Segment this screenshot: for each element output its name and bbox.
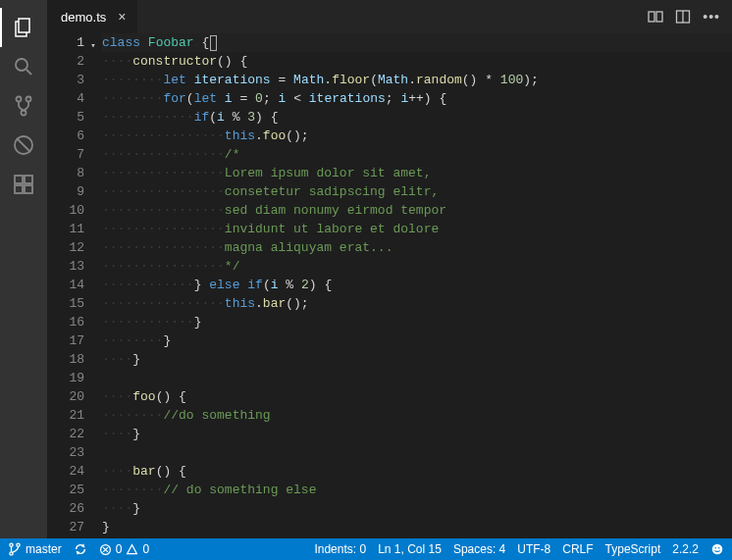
line-number: 10 [47, 201, 84, 220]
git-branch-status[interactable]: master [8, 542, 62, 556]
problems-status[interactable]: 0 0 [99, 542, 149, 556]
version-status[interactable]: 2.2.2 [672, 542, 699, 556]
svg-point-22 [712, 544, 723, 555]
code-line[interactable]: class Foobar { [102, 33, 732, 52]
code-line[interactable]: ····} [102, 350, 732, 369]
svg-point-5 [22, 111, 26, 116]
code-line[interactable]: ············} [102, 313, 732, 331]
code-line[interactable]: ········let iterations = Math.floor(Math… [102, 71, 732, 89]
code-line[interactable]: ········for(let i = 0; i < iterations; i… [102, 89, 732, 108]
line-number-gutter: 1234567891011121314151617181920212223242… [47, 33, 102, 538]
line-number: 14 [47, 276, 84, 294]
code-line[interactable]: ················invidunt ut labore et do… [102, 220, 732, 238]
code-content[interactable]: class Foobar {····constructor() {·······… [102, 33, 732, 538]
line-number: 19 [47, 369, 84, 387]
line-number: 12 [47, 238, 84, 257]
code-line[interactable]: ················/* [102, 145, 732, 164]
code-line[interactable]: ····bar() { [102, 462, 732, 481]
line-number: 5 [47, 108, 84, 127]
code-line[interactable]: ········// do something else [102, 481, 732, 499]
code-line[interactable]: ····foo() { [102, 387, 732, 406]
code-line[interactable]: ····constructor() { [102, 52, 732, 71]
line-number: 21 [47, 406, 84, 425]
line-number: 27 [47, 518, 84, 536]
line-number: 17 [47, 331, 84, 350]
line-number: 8 [47, 164, 84, 182]
svg-point-23 [714, 547, 716, 549]
code-line[interactable]: ················*/ [102, 257, 732, 276]
activity-bar [0, 0, 47, 538]
code-line[interactable]: ····} [102, 425, 732, 443]
fold-icon[interactable]: ▾ [88, 37, 98, 56]
code-line[interactable]: ················consetetur sadipscing el… [102, 182, 732, 201]
feedback-icon[interactable] [710, 542, 724, 556]
line-number: 11 [47, 220, 84, 238]
code-line[interactable]: } [102, 518, 732, 536]
source-control-icon[interactable] [0, 86, 47, 126]
code-line[interactable] [102, 443, 732, 462]
line-number: 6 [47, 127, 84, 145]
error-count: 0 [116, 542, 123, 556]
line-number: 13 [47, 257, 84, 276]
spaces-status[interactable]: Spaces: 4 [453, 542, 505, 556]
search-icon[interactable] [0, 47, 47, 86]
code-line[interactable]: ················sed diam nonumy eirmod t… [102, 201, 732, 220]
svg-point-24 [718, 547, 720, 549]
line-number: 26 [47, 499, 84, 518]
compare-icon[interactable] [648, 9, 663, 25]
svg-line-7 [17, 138, 30, 152]
code-line[interactable] [102, 369, 732, 387]
debug-icon[interactable] [0, 126, 47, 165]
line-number: 24 [47, 462, 84, 481]
line-number: 1 [47, 33, 84, 52]
svg-rect-9 [15, 185, 23, 193]
svg-point-4 [26, 97, 31, 102]
code-line[interactable]: ················Lorem ipsum dolor sit am… [102, 164, 732, 182]
line-number: 2 [47, 52, 84, 71]
tab-label: demo.ts [61, 10, 106, 25]
indents-status[interactable]: Indents: 0 [314, 542, 366, 556]
line-number: 3 [47, 71, 84, 89]
line-number: 16 [47, 313, 84, 331]
code-line[interactable]: ····} [102, 499, 732, 518]
svg-line-2 [26, 70, 31, 75]
tab-demo-ts[interactable]: demo.ts × [47, 0, 138, 33]
svg-point-16 [10, 543, 13, 546]
line-number: 9 [47, 182, 84, 201]
line-number: 15 [47, 294, 84, 313]
encoding-status[interactable]: UTF-8 [517, 542, 550, 556]
line-number: 4 [47, 89, 84, 108]
code-line[interactable]: ················this.foo(); [102, 127, 732, 145]
editor-area: demo.ts × ••• 12345678910111213141516171… [47, 0, 732, 538]
svg-rect-12 [649, 12, 654, 22]
code-editor[interactable]: 1234567891011121314151617181920212223242… [47, 33, 732, 538]
code-line[interactable]: ············} else if(i % 2) { [102, 276, 732, 294]
tab-bar: demo.ts × ••• [47, 0, 732, 33]
eol-status[interactable]: CRLF [562, 542, 593, 556]
code-line[interactable]: ········} [102, 331, 732, 350]
svg-rect-13 [656, 12, 662, 22]
line-number: 22 [47, 425, 84, 443]
line-number: 25 [47, 481, 84, 499]
language-status[interactable]: TypeScript [605, 542, 661, 556]
line-number: 20 [47, 387, 84, 406]
svg-rect-10 [25, 185, 32, 193]
line-number: 7 [47, 145, 84, 164]
line-number: 23 [47, 443, 84, 462]
warning-count: 0 [142, 542, 149, 556]
line-number: 18 [47, 350, 84, 369]
status-bar: master 0 0 Indents: 0 Ln 1, Col 15 Space… [0, 538, 732, 560]
sync-status[interactable] [74, 542, 87, 556]
close-icon[interactable]: × [116, 9, 128, 25]
code-line[interactable]: ········//do something [102, 406, 732, 425]
code-line[interactable]: ················magna aliquyam erat... [102, 238, 732, 257]
cursor-position-status[interactable]: Ln 1, Col 15 [378, 542, 442, 556]
svg-rect-8 [15, 176, 23, 183]
svg-rect-0 [19, 19, 29, 32]
explorer-icon[interactable] [0, 8, 47, 47]
extensions-icon[interactable] [0, 165, 47, 204]
split-editor-icon[interactable] [675, 9, 691, 25]
code-line[interactable]: ············if(i % 3) { [102, 108, 732, 127]
code-line[interactable]: ················this.bar(); [102, 294, 732, 313]
more-icon[interactable]: ••• [703, 9, 720, 25]
